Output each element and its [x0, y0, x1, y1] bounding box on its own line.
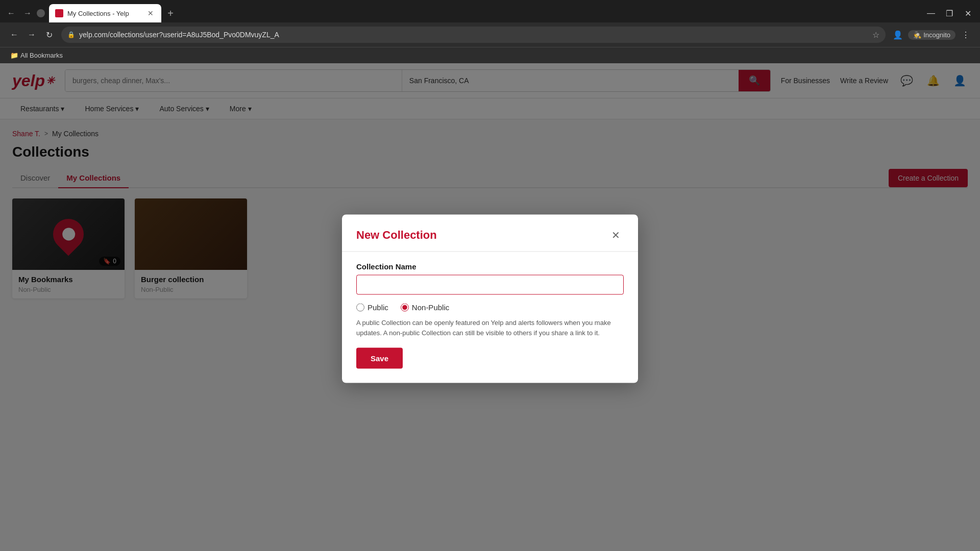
new-tab-button[interactable]: +	[163, 6, 178, 20]
page-content: yelp ✳ 🔍 For Businesses Write a Review 💬…	[0, 63, 980, 551]
extensions-button[interactable]: ⋮	[958, 27, 974, 43]
all-bookmarks-button[interactable]: 📁 All Bookmarks	[6, 49, 67, 61]
tab-favicon	[55, 9, 63, 17]
browser-forward-button[interactable]: →	[20, 6, 35, 20]
bookmark-star-icon[interactable]: ☆	[872, 30, 879, 40]
tab-title: My Collections - Yelp	[67, 10, 142, 17]
browser-close-tab-area	[37, 9, 45, 17]
close-button[interactable]: ✕	[960, 5, 976, 21]
incognito-badge: 🕵 Incognito	[908, 30, 955, 40]
new-collection-modal: New Collection ✕ Collection Name Public …	[342, 215, 638, 383]
public-radio[interactable]	[356, 303, 364, 311]
modal-body: Collection Name Public Non-Public A publ…	[342, 252, 638, 383]
non-public-label-text: Non-Public	[412, 303, 449, 312]
modal-close-button[interactable]: ✕	[607, 227, 624, 243]
non-public-radio-label[interactable]: Non-Public	[401, 303, 449, 312]
collection-name-label: Collection Name	[356, 262, 624, 271]
tab-close-button[interactable]: ✕	[146, 9, 155, 18]
incognito-icon: 🕵	[913, 31, 921, 39]
modal-header: New Collection ✕	[342, 215, 638, 252]
forward-button[interactable]: →	[23, 27, 40, 43]
browser-chrome: ← → My Collections - Yelp ✕ + — ❐ ✕ ← → …	[0, 0, 980, 63]
incognito-label: Incognito	[923, 31, 950, 39]
bookmarks-label: All Bookmarks	[20, 52, 63, 59]
modal-title: New Collection	[356, 229, 437, 242]
browser-back-button[interactable]: ←	[4, 6, 18, 20]
minimize-button[interactable]: —	[923, 5, 939, 21]
save-button[interactable]: Save	[356, 348, 403, 369]
reload-button[interactable]: ↻	[41, 27, 57, 43]
lock-icon: 🔒	[67, 31, 75, 38]
active-tab[interactable]: My Collections - Yelp ✕	[49, 4, 161, 22]
visibility-description: A public Collection can be openly featur…	[356, 318, 624, 338]
visibility-radio-group: Public Non-Public	[356, 303, 624, 312]
address-bar[interactable]: 🔒 yelp.com/collections/user?userid=A8uJ5…	[61, 27, 886, 43]
maximize-button[interactable]: ❐	[941, 5, 958, 21]
collection-name-input[interactable]	[356, 275, 624, 295]
public-label-text: Public	[368, 303, 388, 312]
back-button[interactable]: ←	[6, 27, 22, 43]
bookmarks-icon: 📁	[10, 52, 18, 59]
profile-icon-button[interactable]: 👤	[890, 27, 906, 43]
non-public-radio[interactable]	[401, 303, 409, 311]
bookmarks-bar: 📁 All Bookmarks	[0, 47, 980, 63]
public-radio-label[interactable]: Public	[356, 303, 388, 312]
url-text: yelp.com/collections/user?userid=A8uJ5Bo…	[79, 31, 868, 39]
